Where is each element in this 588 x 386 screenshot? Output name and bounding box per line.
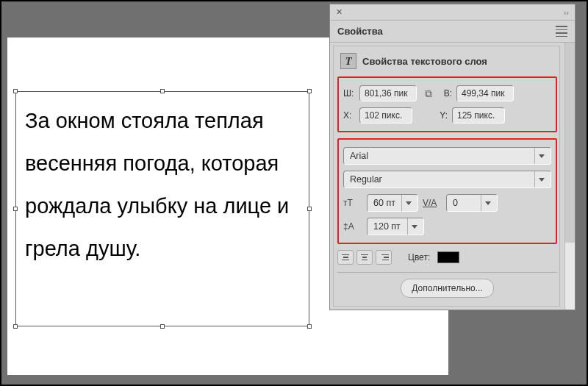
collapse-icon[interactable]: ››: [564, 8, 569, 17]
panel-scroll-thumb[interactable]: [565, 43, 575, 243]
resize-handle[interactable]: [307, 207, 312, 211]
x-field[interactable]: 102 пикс.: [359, 107, 412, 124]
resize-handle[interactable]: [160, 324, 165, 329]
section-title: Свойства текстового слоя: [362, 56, 487, 67]
chevron-down-icon[interactable]: [481, 195, 494, 211]
tracking-value: 0: [453, 198, 458, 208]
transform-group: Ш: 801,36 пик ⧉ В: 499,34 пик X: 102 пик…: [337, 76, 557, 132]
resize-handle[interactable]: [160, 89, 165, 93]
text-layer-content[interactable]: За окном стояла теплая весенняя погода, …: [16, 92, 309, 326]
text-layer-icon: T: [340, 53, 356, 69]
leading-value: 120 пт: [373, 221, 401, 232]
advanced-button[interactable]: Дополнительно...: [401, 279, 493, 298]
font-size-value: 60 пт: [373, 198, 395, 208]
chevron-down-icon[interactable]: [401, 195, 415, 211]
panel-titlebar: ✕ ››: [330, 4, 575, 21]
chevron-down-icon[interactable]: [534, 171, 548, 187]
font-style-combo[interactable]: Regular: [343, 171, 551, 188]
text-bounding-box[interactable]: За окном стояла теплая весенняя погода, …: [15, 91, 309, 326]
resize-handle[interactable]: [13, 207, 18, 211]
link-wh-icon[interactable]: ⧉: [421, 87, 436, 100]
x-label: X:: [343, 110, 355, 121]
tracking-icon: V/A: [423, 198, 439, 208]
font-style-value: Regular: [350, 174, 382, 185]
font-size-icon: тT: [343, 198, 359, 208]
text-color-swatch[interactable]: [437, 251, 459, 263]
workspace: За окном стояла теплая весенняя погода, …: [0, 0, 588, 386]
chevron-down-icon[interactable]: [534, 148, 548, 164]
font-size-combo[interactable]: 60 пт: [367, 194, 418, 212]
y-field[interactable]: 125 пикс.: [452, 107, 505, 124]
align-left-button[interactable]: [337, 250, 354, 265]
panel-scrollbar[interactable]: [564, 43, 575, 310]
height-field[interactable]: 499,34 пик: [456, 85, 514, 101]
color-label: Цвет:: [408, 252, 430, 262]
tab-properties[interactable]: Свойства: [337, 26, 383, 37]
height-label: В:: [440, 88, 452, 99]
y-label: Y:: [436, 110, 448, 121]
resize-handle[interactable]: [13, 324, 18, 329]
properties-panel: ✕ ›› Свойства T Свойства текстового слоя…: [329, 4, 576, 310]
separator: [337, 272, 557, 273]
width-label: Ш:: [343, 88, 355, 99]
resize-handle[interactable]: [307, 324, 312, 329]
chevron-down-icon[interactable]: [407, 218, 420, 235]
leading-combo[interactable]: 120 пт: [367, 218, 424, 235]
width-field[interactable]: 801,36 пик: [359, 85, 417, 101]
character-group: Arial Regular тT 60 пт V/A: [337, 138, 557, 244]
resize-handle[interactable]: [307, 89, 312, 93]
font-family-combo[interactable]: Arial: [343, 147, 551, 165]
font-family-value: Arial: [350, 151, 368, 161]
align-center-button[interactable]: [356, 250, 373, 265]
panel-body: T Свойства текстового слоя Ш: 801,36 пик…: [330, 43, 575, 310]
tracking-combo[interactable]: 0: [446, 194, 498, 212]
panel-section-header: T Свойства текстового слоя: [340, 53, 564, 69]
close-icon[interactable]: ✕: [336, 7, 343, 17]
paragraph-row: Цвет:: [337, 250, 557, 265]
resize-handle[interactable]: [13, 89, 18, 93]
align-right-button[interactable]: [376, 250, 392, 265]
panel-tab-bar: Свойства: [330, 21, 575, 43]
leading-icon: ‡A: [343, 221, 359, 232]
panel-menu-icon[interactable]: [556, 24, 567, 39]
